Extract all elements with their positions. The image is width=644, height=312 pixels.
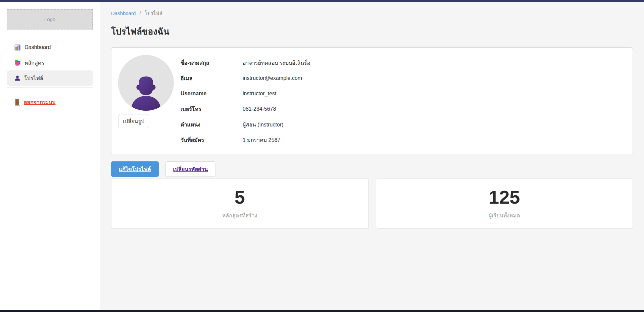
logout-label: ออกจากระบบ [24, 98, 55, 106]
sidebar-item-dashboard[interactable]: Dashboard [7, 40, 93, 55]
person-icon [14, 75, 20, 81]
stat-value: 125 [376, 188, 633, 207]
stat-value: 5 [111, 188, 368, 207]
field-label: ชื่อ-นามสกุล [181, 59, 243, 67]
field-row-email: อีเมล instructor@example.com [181, 70, 626, 86]
stat-label: ผู้เรียนทั้งหมด [376, 211, 633, 220]
actions-row: แก้ไขโปรไฟล์ เปลี่ยนรหัสผ่าน [111, 161, 633, 177]
sidebar-item-label: Dashboard [24, 44, 51, 50]
logo-label: Logo [44, 16, 55, 22]
door-icon [14, 99, 20, 106]
profile-card: เปลี่ยนรูป ชื่อ-นามสกุล อาจารย์ทดสอบ ระบ… [111, 47, 633, 154]
sidebar-item-label: หลักสูตร [24, 59, 44, 67]
bar-chart-icon [14, 44, 21, 51]
field-row-username: Username instructor_test [181, 86, 626, 101]
field-row-position: ตำแหน่ง ผู้สอน (Instructor) [181, 117, 626, 132]
field-value: instructor_test [243, 91, 276, 97]
stat-card-total-learners: 125 ผู้เรียนทั้งหมด [376, 178, 633, 228]
sidebar-item-label: โปรไฟล์ [24, 74, 43, 83]
field-value: ผู้สอน (Instructor) [243, 120, 283, 129]
change-password-button[interactable]: เปลี่ยนรหัสผ่าน [165, 161, 216, 177]
sidebar-item-profile[interactable]: โปรไฟล์ [7, 70, 93, 86]
breadcrumb-separator: / [140, 10, 141, 16]
courses-icon [14, 60, 21, 66]
field-row-phone: เบอร์โทร 081-234-5678 [181, 101, 626, 117]
field-label: อีเมล [181, 74, 243, 83]
bottom-accent-bar [0, 310, 644, 312]
field-value: อาจารย์ทดสอบ ระบบอีเลินนิ่ง [243, 59, 310, 67]
field-label: เบอร์โทร [181, 105, 243, 113]
field-label: วันที่สมัคร [181, 136, 243, 144]
main-content: Dashboard / โปรไฟล์ โปรไฟล์ของฉัน [100, 2, 644, 310]
sidebar-item-courses[interactable]: หลักสูตร [7, 55, 93, 70]
field-label: ตำแหน่ง [181, 120, 243, 129]
person-bust-icon [130, 75, 162, 111]
profile-fields: ชื่อ-นามสกุล อาจารย์ทดสอบ ระบบอีเลินนิ่ง… [181, 55, 626, 147]
field-row-name: ชื่อ-นามสกุล อาจารย์ทดสอบ ระบบอีเลินนิ่ง [181, 55, 626, 70]
stats-row: 5 หลักสูตรที่สร้าง 125 ผู้เรียนทั้งหมด [111, 178, 633, 228]
sidebar-divider [7, 88, 93, 88]
breadcrumb-dashboard-link[interactable]: Dashboard [111, 10, 136, 16]
sidebar-nav: Dashboard หลักสูตร [7, 40, 93, 106]
field-value: 081-234-5678 [243, 106, 276, 112]
stat-label: หลักสูตรที่สร้าง [111, 211, 368, 220]
breadcrumb-current: โปรไฟล์ [145, 10, 162, 16]
page-title: โปรไฟล์ของฉัน [111, 24, 633, 38]
avatar [118, 55, 174, 111]
breadcrumb: Dashboard / โปรไฟล์ [111, 9, 633, 17]
stat-card-courses-created: 5 หลักสูตรที่สร้าง [111, 178, 368, 228]
sidebar: Logo Dashboard [0, 2, 100, 310]
edit-profile-button[interactable]: แก้ไขโปรไฟล์ [111, 161, 159, 177]
logo-placeholder: Logo [7, 9, 93, 30]
field-value: 1 มกราคม 2567 [243, 136, 280, 144]
change-photo-button[interactable]: เปลี่ยนรูป [118, 114, 149, 128]
field-label: Username [181, 91, 243, 97]
avatar-column: เปลี่ยนรูป [118, 55, 181, 147]
field-row-register-date: วันที่สมัคร 1 มกราคม 2567 [181, 132, 626, 148]
app-shell: Logo Dashboard [0, 2, 644, 310]
logout-link[interactable]: ออกจากระบบ [7, 98, 93, 106]
field-value: instructor@example.com [243, 75, 302, 81]
